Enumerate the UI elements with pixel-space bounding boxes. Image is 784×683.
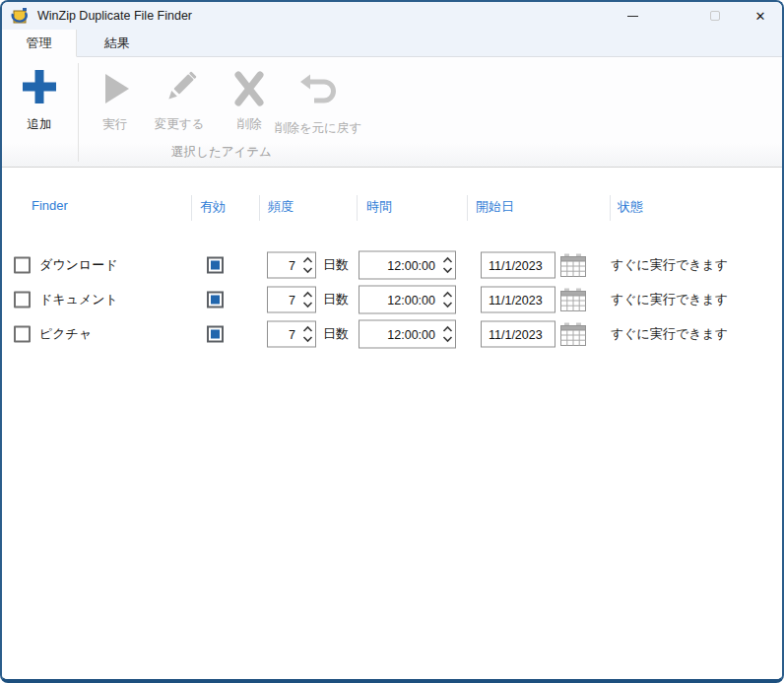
frequency-spinner[interactable]: 7 — [267, 287, 316, 313]
time-value: 12:00:00 — [359, 327, 439, 341]
status-text: すぐに実行できます — [611, 256, 728, 274]
row-select-checkbox[interactable] — [14, 326, 31, 343]
app-window: WinZip Duplicate File Finder ✕ 管理 結果 追加 … — [0, 0, 784, 683]
spinner-chevrons-icon[interactable] — [299, 291, 315, 309]
start-date-field[interactable]: 11/1/2023 — [481, 287, 555, 313]
selected-items-group-label: 選択したアイテム — [150, 144, 294, 161]
add-button[interactable]: 追加 — [8, 63, 71, 146]
run-button-label: 実行 — [103, 116, 128, 133]
ribbon-toolbar: 追加 実行 変更する 削除 削除を元に戻す 選択 — [2, 57, 782, 168]
spinner-chevrons-icon[interactable] — [439, 291, 455, 309]
change-button[interactable]: 変更する — [148, 63, 211, 146]
window-title: WinZip Duplicate File Finder — [37, 9, 192, 23]
tab-manage-label: 管理 — [27, 34, 52, 52]
enabled-checkbox[interactable] — [207, 326, 224, 343]
change-button-label: 変更する — [155, 116, 205, 133]
tab-strip: 管理 結果 — [2, 30, 782, 57]
time-spinner[interactable]: 12:00:00 — [359, 286, 456, 314]
enabled-checkbox-fill — [211, 330, 220, 339]
close-icon: ✕ — [755, 10, 766, 23]
frequency-spinner[interactable]: 7 — [267, 252, 316, 279]
pencil-icon — [162, 63, 197, 106]
close-button[interactable]: ✕ — [738, 2, 783, 30]
days-label: 日数 — [323, 291, 349, 308]
maximize-button[interactable] — [692, 2, 738, 30]
main-content: Finder 有効 頻度 時間 開始日 状態 ダウンロード 7 日数 12:00… — [2, 169, 782, 679]
days-label: 日数 — [323, 256, 349, 274]
x-icon — [232, 63, 266, 106]
table-row: ダウンロード 7 日数 12:00:00 11/1/2023 すぐに実行できます — [2, 248, 782, 282]
status-text: すぐに実行できます — [611, 291, 728, 308]
header-enabled: 有効 — [200, 198, 226, 216]
undo-delete-button-label: 削除を元に戻す — [275, 120, 361, 137]
frequency-value: 7 — [268, 258, 299, 272]
enabled-checkbox[interactable] — [207, 257, 224, 274]
time-spinner[interactable]: 12:00:00 — [359, 320, 456, 349]
toolbar-separator — [78, 63, 79, 162]
spinner-chevrons-icon[interactable] — [439, 325, 455, 344]
tab-results-label: 結果 — [104, 34, 130, 52]
header-separator — [259, 195, 260, 221]
start-date-field[interactable]: 11/1/2023 — [481, 252, 555, 279]
add-button-label: 追加 — [28, 116, 52, 133]
frequency-spinner[interactable]: 7 — [267, 321, 316, 348]
header-status: 状態 — [618, 198, 643, 216]
header-frequency: 頻度 — [268, 198, 294, 216]
table-row: ドキュメント 7 日数 12:00:00 11/1/2023 すぐに実行できます — [2, 283, 782, 316]
undo-icon — [299, 63, 337, 106]
days-label: 日数 — [323, 325, 349, 343]
winzip-app-icon — [10, 6, 30, 26]
play-icon — [98, 63, 132, 106]
delete-button-label: 削除 — [237, 116, 262, 133]
tab-results[interactable]: 結果 — [77, 30, 158, 57]
row-select-checkbox[interactable] — [14, 292, 31, 308]
table-row: ピクチャ 7 日数 12:00:00 11/1/2023 すぐに実行できます — [2, 317, 782, 351]
enabled-checkbox[interactable] — [207, 292, 224, 308]
run-button[interactable]: 実行 — [84, 63, 147, 146]
header-startdate: 開始日 — [476, 198, 514, 216]
start-date-field[interactable]: 11/1/2023 — [481, 321, 555, 348]
start-date-value: 11/1/2023 — [482, 258, 543, 272]
header-separator — [610, 195, 611, 221]
maximize-icon — [710, 11, 720, 21]
frequency-value: 7 — [268, 327, 299, 341]
time-value: 12:00:00 — [359, 293, 439, 307]
spinner-chevrons-icon[interactable] — [299, 325, 315, 344]
header-separator — [191, 195, 192, 221]
finder-name: ダウンロード — [39, 256, 118, 274]
spinner-chevrons-icon[interactable] — [299, 256, 315, 275]
enabled-checkbox-fill — [211, 261, 220, 270]
table-header: Finder 有効 頻度 時間 開始日 状態 — [2, 198, 782, 222]
row-select-checkbox[interactable] — [14, 257, 31, 274]
calendar-icon[interactable] — [560, 322, 586, 346]
minimize-icon — [627, 16, 638, 17]
time-value: 12:00:00 — [359, 258, 439, 272]
header-time: 時間 — [366, 198, 392, 216]
enabled-checkbox-fill — [211, 296, 220, 305]
header-finder: Finder — [32, 198, 68, 213]
start-date-value: 11/1/2023 — [482, 327, 543, 341]
tab-manage[interactable]: 管理 — [2, 30, 77, 57]
undo-delete-button[interactable]: 削除を元に戻す — [276, 63, 360, 146]
minimize-button[interactable] — [610, 2, 655, 30]
time-spinner[interactable]: 12:00:00 — [359, 251, 456, 280]
frequency-value: 7 — [268, 293, 299, 307]
title-bar: WinZip Duplicate File Finder ✕ — [2, 2, 782, 30]
finder-name: ピクチャ — [39, 325, 92, 343]
calendar-icon[interactable] — [560, 253, 586, 277]
header-separator — [467, 195, 468, 221]
plus-icon — [20, 63, 59, 106]
calendar-icon[interactable] — [560, 288, 586, 311]
status-text: すぐに実行できます — [611, 325, 728, 343]
header-separator — [357, 195, 358, 221]
start-date-value: 11/1/2023 — [482, 293, 543, 307]
delete-button[interactable]: 削除 — [218, 63, 281, 146]
spinner-chevrons-icon[interactable] — [439, 256, 455, 275]
finder-name: ドキュメント — [39, 291, 118, 308]
